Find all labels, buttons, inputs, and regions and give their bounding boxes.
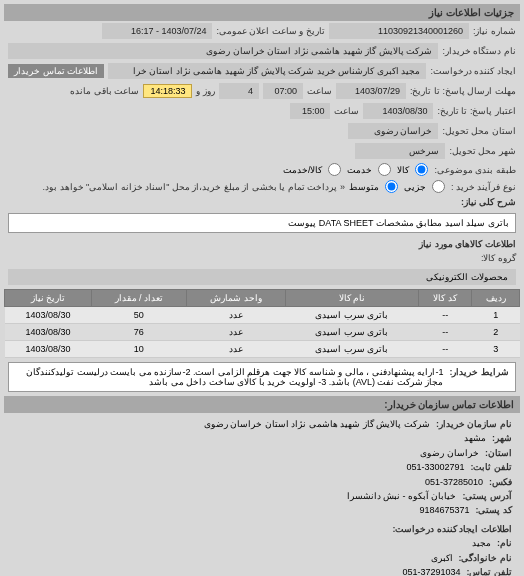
validity-date: 1403/08/30 [363,103,433,119]
requester-value: مجید اکبری کارشناس خرید شرکت پالایش گاز … [108,63,426,79]
c-phone: 051-33002791 [406,460,464,474]
cell-row: 3 [472,341,520,358]
cell-unit: عدد [186,307,285,324]
requester-label: ایجاد کننده درخواست: [430,66,516,76]
radio-goods-service-label: کالا/خدمت [283,165,323,175]
validity-time-label: ساعت [334,106,359,116]
description-box: باتری سیلد اسید مطابق مشخصات DATA SHEET … [8,213,516,233]
cell-date: 1403/08/30 [5,341,92,358]
process-label: نوع فرآیند خرید : [451,182,516,192]
cell-date: 1403/08/30 [5,324,92,341]
c-city: مشهد [464,431,486,445]
goods-group-label: گروه کالا: [481,253,516,263]
delivery-city-label: شهر محل تحویل: [449,146,516,156]
cell-code: -- [419,341,472,358]
deadline-time: 07:00 [263,83,303,99]
desc-label: شرح کلی نیاز: [461,197,516,207]
cell-unit: عدد [186,341,285,358]
conditions-box: شرایط خریدار: 1-ارایه پیشنهادفنی ، مالی … [8,362,516,392]
cell-unit: عدد [186,324,285,341]
cell-qty: 76 [92,324,186,341]
delivery-province-label: استان محل تحویل: [442,126,516,136]
delivery-province: خراسان رضوی [348,123,438,139]
need-number-label: شماره نیاز: [473,26,516,36]
c-province-label: استان: [485,446,512,460]
delivery-city: سرخس [355,143,445,159]
cell-row: 2 [472,324,520,341]
th-unit: واحد شمارش [186,290,285,307]
radio-goods-service[interactable] [328,163,341,176]
cell-date: 1403/08/30 [5,307,92,324]
radio-small[interactable] [432,180,445,193]
conditions-text: 1-ارایه پیشنهادفنی ، مالی و شناسه کالا ج… [15,367,444,387]
c-province: خراسان رضوی [420,446,479,460]
validity-label: اعتبار پاسخ: تا تاریخ: [437,106,516,116]
th-qty: تعداد / مقدار [92,290,186,307]
cell-name: باتری سرب اسیدی [285,324,418,341]
c-fax-label: فکس: [489,475,512,489]
days-remaining: 4 [219,83,259,99]
cell-code: -- [419,307,472,324]
time-remain-label: ساعت باقی مانده [70,86,139,96]
radio-small-label: جزیی [404,182,426,192]
goods-table: ردیف کد کالا نام کالا واحد شمارش تعداد /… [4,289,520,358]
cell-name: باتری سرب اسیدی [285,307,418,324]
c-address: خیابان آبکوه - نبش دانشسرا [347,489,457,503]
buyer-org-label: نام دستگاه خریدار: [442,46,516,56]
cr-name-label: نام: [497,536,512,550]
buyer-org-value: شرکت پالایش گاز شهید هاشمی نژاد استان خر… [8,43,438,59]
c-city-label: شهر: [492,431,512,445]
th-date: تاریخ نیاز [5,290,92,307]
goods-group-value: محصولات الکترونیکی [8,269,516,285]
radio-goods-label: کالا [397,165,409,175]
time-remaining: 14:18:33 [143,84,192,98]
buyer-contact-button[interactable]: اطلاعات تماس خریدار [8,64,104,78]
c-org-label: نام سازمان خریدار: [436,417,512,431]
category-radio-group: کالا خدمت کالا/خدمت [283,163,431,176]
cr-phone: 051-37291034 [402,565,460,576]
announce-value: 1403/07/24 - 16:17 [102,23,212,39]
table-row: 2--باتری سرب اسیدیعدد761403/08/30 [5,324,520,341]
cell-code: -- [419,324,472,341]
table-row: 3--باتری سرب اسیدیعدد101403/08/30 [5,341,520,358]
radio-service[interactable] [378,163,391,176]
radio-goods[interactable] [415,163,428,176]
deadline-time-label: ساعت [307,86,332,96]
c-postal-label: کد پستی: [476,503,513,517]
contact-section: نام سازمان خریدار:شرکت پالایش گاز شهید ه… [4,413,520,576]
deadline-date: 1403/07/29 [336,83,406,99]
radio-medium-label: متوسط [349,182,379,192]
process-radio-group: جزیی متوسط [349,180,447,193]
th-code: کد کالا [419,290,472,307]
cell-qty: 10 [92,341,186,358]
cr-family-label: نام خانوادگی: [459,551,513,565]
radio-service-label: خدمت [347,165,372,175]
goods-header: اطلاعات کالاهای مورد نیاز [419,239,516,249]
th-name: نام کالا [285,290,418,307]
c-phone-label: تلفن ثابت: [471,460,513,474]
c-fax: 051-37285010 [425,475,483,489]
contact-section-header: اطلاعات تماس سازمان خریدار: [4,396,520,413]
c-org: شرکت پالایش گاز شهید هاشمی نژاد استان خر… [204,417,430,431]
days-remain-label: روز و [196,86,215,96]
cr-phone-label: تلفن تماس: [467,565,513,576]
process-note: « پرداخت تمام یا بخشی از مبلغ خرید،از مح… [8,182,345,192]
radio-medium[interactable] [385,180,398,193]
announce-label: تاریخ و ساعت اعلان عمومی: [216,26,325,36]
table-row: 1--باتری سرب اسیدیعدد501403/08/30 [5,307,520,324]
cell-qty: 50 [92,307,186,324]
creator-header: اطلاعات ایجاد کننده درخواست: [393,522,513,536]
need-number-value: 11030921340001260 [329,23,469,39]
category-label: طبقه بندی موضوعی: [434,165,516,175]
th-row: ردیف [472,290,520,307]
c-postal: 9184675371 [419,503,469,517]
validity-time: 15:00 [290,103,330,119]
cell-name: باتری سرب اسیدی [285,341,418,358]
cell-row: 1 [472,307,520,324]
deadline-label: مهلت ارسال پاسخ: تا تاریخ: [410,86,516,96]
cr-name: مجید [472,536,491,550]
c-address-label: آدرس پستی: [463,489,513,503]
cr-family: اکبری [431,551,453,565]
conditions-label: شرایط خریدار: [444,367,510,387]
section-header-main: جزئیات اطلاعات نیاز [4,4,520,21]
